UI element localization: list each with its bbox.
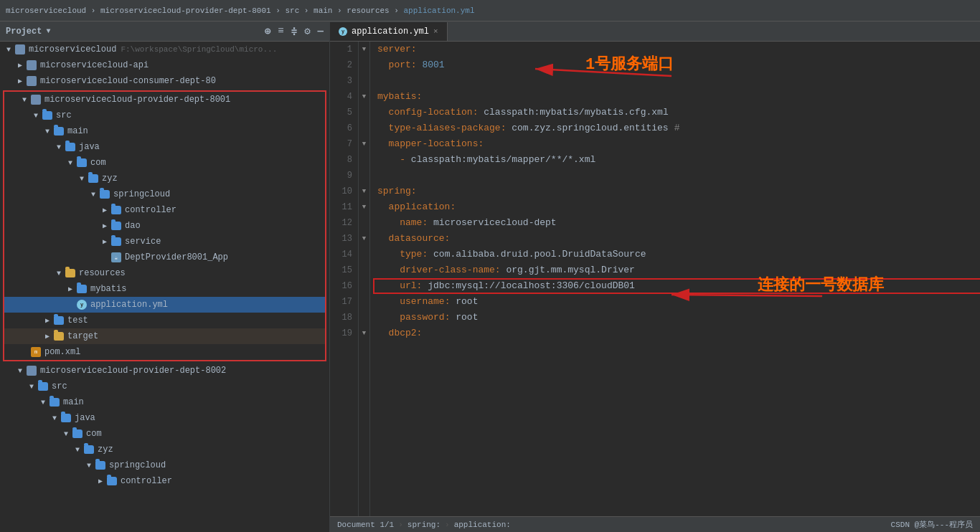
tree-item-application-yml[interactable]: y application.yml xyxy=(4,297,325,313)
code-content[interactable]: server: port: 8001 mybatis: config-locat… xyxy=(370,42,980,516)
arrow-src[interactable]: ▼ xyxy=(30,110,42,121)
tree-item-consumer[interactable]: ▶ microservicecloud-consumer-dept-80 xyxy=(0,73,329,89)
arrow-zyz2[interactable]: ▼ xyxy=(72,444,83,455)
sidebar-expand-icon[interactable]: ≡ xyxy=(278,25,283,37)
tree-item-java2[interactable]: ▼ java xyxy=(0,410,329,426)
arrow-target[interactable]: ▶ xyxy=(42,331,53,342)
arrow-springcloud2[interactable]: ▼ xyxy=(83,460,95,471)
folder-icon-dao xyxy=(110,220,122,232)
code-line-5: config-location: classpath:mybatis/mybat… xyxy=(377,105,980,120)
tree-item-java[interactable]: ▼ java xyxy=(4,139,325,155)
arrow-springcloud[interactable]: ▼ xyxy=(88,189,99,200)
code-line-15: driver-class-name: org.gjt.mm.mysql.Driv… xyxy=(377,262,980,278)
code-line-7: mapper-locations: xyxy=(377,136,980,152)
tree-item-target[interactable]: ▶ target xyxy=(4,328,325,344)
sidebar-settings-icon[interactable]: ⚙ xyxy=(304,25,310,37)
code-editor: 1 2 3 4 5 6 7 8 9 10 11 12 13 14 15 16 1… xyxy=(330,42,980,516)
folder-icon-target xyxy=(53,331,65,342)
tree-item-zyz2[interactable]: ▼ zyz xyxy=(0,442,329,457)
arrow-controller2[interactable]: ▶ xyxy=(95,475,106,487)
label-springcloud: springcloud xyxy=(113,189,170,199)
code-line-8: - classpath:mybatis/mapper/**/*.xml xyxy=(377,152,980,168)
code-name-val: microservicecloud-dept xyxy=(428,215,556,231)
tree-item-src2[interactable]: ▼ src xyxy=(0,379,329,394)
arrow-com2[interactable]: ▼ xyxy=(60,428,72,440)
tree-item-main2[interactable]: ▼ main xyxy=(0,394,329,410)
fold-11[interactable]: ▼ xyxy=(359,199,369,215)
folder-icon-mybatis xyxy=(76,283,88,295)
tree-item-controller[interactable]: ▶ controller xyxy=(4,202,325,218)
tree-item-microservicecloud[interactable]: ▼ microservicecloud F:\workspace\SpringC… xyxy=(0,42,329,57)
arrow-microservicecloud[interactable]: ▼ xyxy=(3,44,14,55)
tree-item-com2[interactable]: ▼ com xyxy=(0,426,329,442)
arrow-consumer[interactable]: ▶ xyxy=(14,75,26,87)
label-java2: java xyxy=(75,413,95,423)
arrow-com[interactable]: ▼ xyxy=(65,157,76,168)
tree-item-com[interactable]: ▼ com xyxy=(4,155,325,171)
arrow-resources[interactable]: ▼ xyxy=(53,267,65,279)
module-icon-api xyxy=(26,60,37,71)
code-line-6: type-aliases-package: com.zyz.springclou… xyxy=(377,120,980,136)
fold-4[interactable]: ▼ xyxy=(359,89,369,105)
tree-item-mybatis[interactable]: ▶ mybatis xyxy=(4,281,325,297)
code-indent12 xyxy=(377,215,400,231)
tree-item-deptapp[interactable]: ☕ DeptProvider8001_App xyxy=(4,250,325,265)
arrow-provider8001[interactable]: ▼ xyxy=(19,94,30,105)
sidebar-header: Project ▼ ⊕ ≡ ≑ ⚙ — xyxy=(0,22,329,42)
arrow-zyz[interactable]: ▼ xyxy=(76,173,88,184)
tree-item-provider8002[interactable]: ▼ microservicecloud-provider-dept-8002 xyxy=(0,363,329,379)
code-dash: - xyxy=(400,152,411,168)
tree-item-main[interactable]: ▼ main xyxy=(4,123,325,139)
tab-close-button[interactable]: × xyxy=(433,27,438,36)
sidebar-collapse-icon[interactable]: ≑ xyxy=(291,25,297,37)
folder-icon-zyz2 xyxy=(83,444,95,455)
label-application-yml: application.yml xyxy=(90,300,168,310)
tree-item-api[interactable]: ▶ microservicecloud-api xyxy=(0,57,329,73)
label-controller2: controller xyxy=(121,476,172,486)
label-consumer: microservicecloud-consumer-dept-80 xyxy=(40,76,216,86)
arrow-mybatis[interactable]: ▶ xyxy=(65,283,76,295)
arrow-java2[interactable]: ▼ xyxy=(49,412,60,424)
tree-item-resources[interactable]: ▼ resources xyxy=(4,265,325,281)
tree-item-service[interactable]: ▶ service xyxy=(4,234,325,250)
fold-10[interactable]: ▼ xyxy=(359,184,369,199)
code-type-key: type: xyxy=(400,247,428,262)
fold-19[interactable]: ▼ xyxy=(359,326,369,341)
arrow-controller[interactable]: ▶ xyxy=(99,204,110,216)
fold-13[interactable]: ▼ xyxy=(359,231,369,247)
arrow-api[interactable]: ▶ xyxy=(14,60,26,71)
fold-1[interactable]: ▼ xyxy=(359,42,369,57)
label-pom: pom.xml xyxy=(44,347,80,357)
code-line-12: name: microservicecloud-dept xyxy=(377,215,980,231)
tab-application-yml[interactable]: y application.yml × xyxy=(330,22,448,41)
tree-item-provider8001[interactable]: ▼ microservicecloud-provider-dept-8001 xyxy=(4,92,325,108)
tree-item-controller2[interactable]: ▶ controller xyxy=(0,473,329,489)
arrow-java[interactable]: ▼ xyxy=(53,141,65,153)
tree-item-springcloud[interactable]: ▼ springcloud xyxy=(4,186,325,202)
code-indent6 xyxy=(377,120,389,136)
tree-item-pom[interactable]: m pom.xml xyxy=(4,344,325,360)
arrow-service[interactable]: ▶ xyxy=(99,236,110,247)
tree-item-zyz[interactable]: ▼ zyz xyxy=(4,171,325,186)
arrow-dao[interactable]: ▶ xyxy=(99,220,110,232)
sidebar-dropdown-icon[interactable]: ▼ xyxy=(46,27,50,35)
code-line-1: server: xyxy=(377,42,980,57)
sidebar-minimize-icon[interactable]: — xyxy=(318,25,324,37)
arrow-test[interactable]: ▶ xyxy=(42,315,53,326)
arrow-main2[interactable]: ▼ xyxy=(37,396,49,408)
module-icon-consumer xyxy=(26,75,37,87)
code-port-key: port: xyxy=(389,57,417,73)
tab-label: application.yml xyxy=(352,27,429,37)
arrow-src2[interactable]: ▼ xyxy=(26,381,37,392)
label-service: service xyxy=(125,237,161,247)
code-port-indent xyxy=(377,57,389,73)
label-provider8001: microservicecloud-provider-dept-8001 xyxy=(44,95,230,105)
arrow-main[interactable]: ▼ xyxy=(42,125,53,137)
tree-item-src[interactable]: ▼ src xyxy=(4,108,325,123)
tree-item-test[interactable]: ▶ test xyxy=(4,313,325,328)
arrow-provider8002[interactable]: ▼ xyxy=(14,365,26,376)
tree-item-springcloud2[interactable]: ▼ springcloud xyxy=(0,457,329,473)
sidebar-locate-icon[interactable]: ⊕ xyxy=(265,25,270,37)
tree-item-dao[interactable]: ▶ dao xyxy=(4,218,325,234)
fold-7[interactable]: ▼ xyxy=(359,136,369,152)
